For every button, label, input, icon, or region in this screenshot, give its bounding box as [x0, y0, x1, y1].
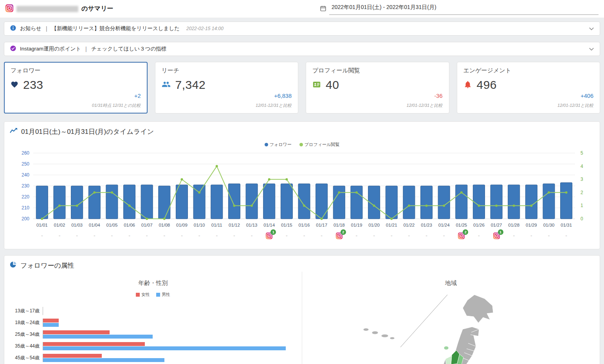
timeline-point[interactable] — [390, 218, 393, 220]
no-post-dash: - — [128, 232, 130, 239]
timeline-bar[interactable] — [403, 186, 415, 219]
timeline-point[interactable] — [530, 204, 532, 207]
timeline-point[interactable] — [565, 191, 568, 194]
female-bar[interactable] — [43, 330, 110, 334]
age-gender-row: 13歳～17歳 — [4, 307, 302, 315]
timeline-point[interactable] — [443, 204, 445, 207]
x-axis-label: 01/27 — [491, 223, 502, 227]
timeline-point[interactable] — [251, 204, 253, 207]
timeline-point[interactable] — [426, 204, 428, 207]
date-range-value[interactable]: 2022年01月01日(土) - 2022年01月31日(月) — [329, 3, 599, 15]
kpi-title: フォロワー — [11, 67, 141, 74]
male-bar[interactable] — [43, 346, 286, 350]
instagram-post-icon[interactable]: 2 — [458, 232, 465, 240]
timeline-chart[interactable]: 20021022023024025026001234501/0101/0201/… — [11, 150, 593, 230]
timeline-bar[interactable] — [508, 185, 520, 219]
timeline-point[interactable] — [303, 204, 305, 207]
timeline-bar[interactable] — [281, 184, 292, 219]
chevron-down-icon[interactable] — [589, 47, 594, 51]
kpi-card-engagement[interactable]: エンゲージメント 496 +406 12/01-12/31と比較 — [457, 62, 600, 114]
timeline-bar[interactable] — [246, 184, 258, 219]
timeline-point[interactable] — [128, 204, 131, 207]
timeline-bar[interactable] — [351, 186, 362, 219]
timeline-bar[interactable] — [543, 184, 555, 219]
instagram-post-icon[interactable]: 1 — [493, 232, 500, 240]
kpi-card-followers[interactable]: フォロワー 233 +2 01/31時点 12/31との比較 — [4, 62, 148, 114]
timeline-point[interactable] — [233, 204, 235, 207]
timeline-point[interactable] — [268, 178, 270, 180]
timeline-bar[interactable] — [525, 185, 537, 219]
timeline-bar[interactable] — [473, 185, 485, 219]
timeline-bar[interactable] — [263, 184, 275, 219]
timeline-bar[interactable] — [228, 184, 240, 219]
timeline-point[interactable] — [41, 218, 43, 220]
timeline-bar[interactable] — [159, 186, 170, 219]
notice-bar-tips[interactable]: Instagram運用のポイント | チェックしてほしい３つの指標 — [4, 42, 600, 56]
instagram-post-icon[interactable]: 2 — [336, 232, 343, 240]
x-axis-label: 01/17 — [316, 223, 327, 227]
legend-dot-profile-views — [299, 143, 303, 146]
notice-bar-announcement[interactable]: お知らせ | 【新機能リリース】競合分析機能をリリースしました 2022-02-… — [4, 22, 600, 36]
timeline-bar[interactable] — [421, 186, 433, 219]
notice-separator: | — [85, 46, 88, 52]
instagram-post-icon[interactable]: 1 — [266, 232, 272, 240]
page-title-suffix: のサマリー — [81, 5, 114, 13]
timeline-point[interactable] — [93, 191, 96, 194]
timeline-point[interactable] — [373, 204, 375, 207]
timeline-point[interactable] — [111, 191, 113, 194]
post-count-badge: 2 — [463, 229, 468, 235]
timeline-point[interactable] — [146, 218, 148, 220]
japan-region-map[interactable] — [302, 289, 599, 364]
timeline-bar[interactable] — [124, 185, 135, 219]
timeline-point[interactable] — [321, 218, 323, 220]
timeline-point[interactable] — [513, 204, 515, 207]
timeline-bar[interactable] — [298, 184, 310, 219]
x-axis-label: 01/25 — [456, 223, 467, 227]
timeline-bar[interactable] — [193, 185, 205, 219]
timeline-point[interactable] — [58, 204, 61, 207]
timeline-point[interactable] — [285, 178, 288, 180]
timeline-bar[interactable] — [211, 185, 223, 219]
timeline-bar[interactable] — [456, 185, 467, 219]
timeline-bar[interactable] — [176, 185, 188, 219]
timeline-point[interactable] — [216, 165, 218, 168]
timeline-bar[interactable] — [88, 186, 100, 219]
timeline-bar[interactable] — [561, 183, 572, 219]
timeline-point[interactable] — [478, 204, 480, 207]
timeline-bar[interactable] — [36, 186, 48, 219]
timeline-point[interactable] — [180, 178, 183, 180]
timeline-point[interactable] — [338, 191, 340, 194]
female-bar[interactable] — [43, 342, 145, 346]
timeline-bar[interactable] — [106, 185, 118, 219]
left-axis-label: 220 — [22, 194, 29, 200]
male-bar[interactable] — [43, 335, 153, 339]
timeline-point[interactable] — [355, 191, 358, 194]
map-inset-islands — [363, 328, 395, 340]
timeline-bar[interactable] — [490, 185, 502, 219]
timeline-bar[interactable] — [386, 186, 397, 219]
timeline-bar[interactable] — [316, 184, 328, 219]
age-gender-chart[interactable]: 13歳～17歳18歳～24歳25歳～34歳35歳～44歳45歳～54歳 — [4, 307, 302, 362]
timeline-bar[interactable] — [141, 185, 153, 219]
female-bar[interactable] — [43, 319, 59, 323]
timeline-point[interactable] — [548, 191, 550, 194]
map-highlight-light[interactable] — [445, 356, 452, 364]
kpi-card-reach[interactable]: リーチ 7,342 +6,838 12/01-12/31と比較 — [155, 62, 299, 114]
timeline-bar[interactable] — [54, 186, 65, 219]
left-axis-label: 250 — [22, 161, 29, 167]
timeline-point[interactable] — [460, 191, 463, 194]
timeline-point[interactable] — [408, 204, 410, 207]
male-bar[interactable] — [43, 358, 164, 362]
female-bar[interactable] — [43, 354, 102, 358]
timeline-point[interactable] — [198, 191, 200, 194]
male-bar[interactable] — [43, 323, 59, 327]
date-range-picker[interactable]: 2022年01月01日(土) - 2022年01月31日(月) — [320, 3, 599, 15]
timeline-bar[interactable] — [333, 186, 345, 219]
timeline-point[interactable] — [76, 204, 78, 207]
kpi-card-profile-views[interactable]: プロフィール閲覧 40 -36 12/01-12/31と比較 — [306, 62, 449, 114]
timeline-point[interactable] — [163, 218, 166, 220]
map-sado-island[interactable] — [444, 346, 449, 350]
map-hokkaido[interactable] — [463, 295, 493, 323]
chevron-down-icon[interactable] — [589, 27, 594, 31]
timeline-point[interactable] — [495, 204, 498, 207]
